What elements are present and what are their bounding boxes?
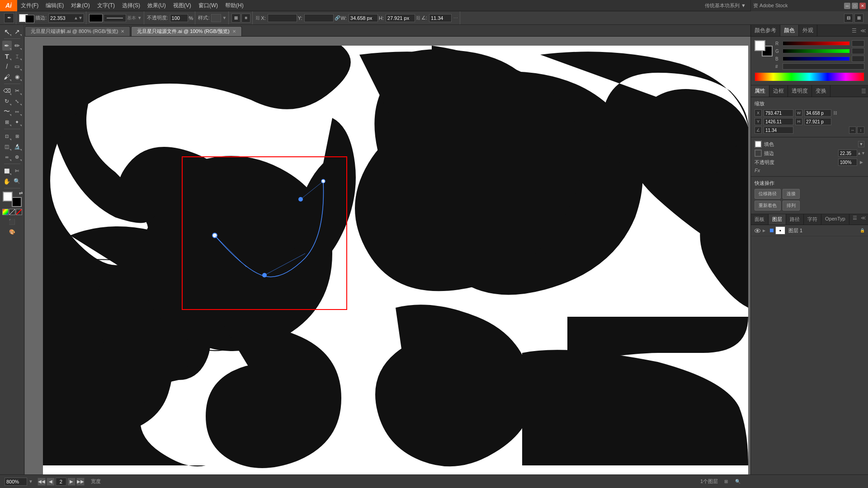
- tab-color[interactable]: 颜色: [780, 25, 799, 36]
- type-tool[interactable]: T: [2, 51, 12, 61]
- artboard-tool[interactable]: ⬜: [2, 166, 12, 176]
- stroke-width-prop-input[interactable]: [838, 150, 857, 157]
- menu-type[interactable]: 文字(T): [94, 0, 118, 11]
- tab-opentype[interactable]: OpenTyp: [821, 214, 849, 225]
- tab-1[interactable]: 元旦星只端源文件.ai @ 100% (RGB/预览) ✕: [131, 26, 241, 36]
- page-num-input[interactable]: [56, 478, 66, 486]
- none-mode-btn[interactable]: [16, 209, 22, 215]
- y-prop-input[interactable]: [764, 118, 793, 125]
- fill-color-box[interactable]: [89, 14, 103, 22]
- line-tool[interactable]: /: [2, 61, 12, 71]
- h-input[interactable]: [386, 14, 415, 22]
- type-area-tool[interactable]: ⌶: [12, 51, 22, 61]
- tab-layers[interactable]: 图层: [769, 214, 786, 225]
- perspective-tool[interactable]: ⊡: [2, 131, 12, 141]
- menu-edit[interactable]: 编辑(E): [42, 0, 67, 11]
- h-prop-input[interactable]: [804, 118, 831, 125]
- style-preview[interactable]: [211, 14, 221, 22]
- pencil-tool[interactable]: ✏: [12, 41, 22, 51]
- opacity-expand-icon[interactable]: ▶: [858, 159, 864, 165]
- reflect-h-btn[interactable]: ↔: [849, 127, 856, 134]
- style-dropdown-icon[interactable]: ▼: [222, 15, 226, 20]
- pen-tool[interactable]: ✒: [2, 41, 12, 51]
- zoom-dropdown-icon[interactable]: ▼: [28, 479, 33, 484]
- tab-paths[interactable]: 路径: [786, 214, 804, 225]
- tab-properties[interactable]: 属性: [751, 85, 769, 97]
- stroke-style-preview[interactable]: [104, 14, 126, 22]
- arrange-btn[interactable]: 排列: [783, 201, 800, 211]
- tab-panel[interactable]: 面板: [751, 214, 769, 225]
- shaper-tool[interactable]: ✦: [12, 117, 22, 127]
- eyedropper-tool[interactable]: 🔬: [12, 141, 22, 151]
- hex-value-display[interactable]: [783, 63, 864, 70]
- menu-select[interactable]: 选择(S): [118, 0, 144, 11]
- fill-swatch[interactable]: [3, 192, 13, 202]
- slice-tool[interactable]: ✄: [12, 166, 22, 176]
- align-icon-btn[interactable]: ≡: [241, 14, 250, 23]
- rotate-tool[interactable]: ↻: [2, 96, 12, 106]
- stroke-width-up-down[interactable]: ▲▼: [858, 150, 864, 156]
- menu-view[interactable]: 视图(V): [170, 0, 195, 11]
- menu-help[interactable]: 帮助(H): [222, 0, 247, 11]
- swap-fill-stroke-icon[interactable]: ⇄: [19, 191, 23, 196]
- gradient-tool[interactable]: ◫: [2, 141, 12, 151]
- tab-color-reference[interactable]: 颜色参考: [751, 25, 780, 36]
- free-transform-tool[interactable]: ⊞: [2, 117, 12, 127]
- tab-border[interactable]: 边框: [769, 85, 788, 97]
- page-prev-btn[interactable]: ◀◀: [38, 478, 46, 486]
- b-value[interactable]: [852, 56, 864, 62]
- tab-transform[interactable]: 变换: [812, 85, 830, 97]
- path-offset-btn[interactable]: 位移路径: [755, 189, 781, 199]
- stroke-indicator[interactable]: [25, 15, 34, 23]
- tab-character[interactable]: 字符: [804, 214, 821, 225]
- tab-transparency[interactable]: 透明度: [788, 85, 812, 97]
- x-prop-input[interactable]: [764, 109, 793, 117]
- width-tool[interactable]: ⇿: [12, 107, 22, 117]
- tab-0-close[interactable]: ✕: [121, 29, 124, 34]
- opacity-prop-input[interactable]: [838, 159, 857, 166]
- tab-1-close[interactable]: ✕: [232, 29, 236, 34]
- brand-label[interactable]: 传统基本功系列 ▼: [705, 2, 746, 9]
- color-spectrum-bar[interactable]: [755, 72, 864, 81]
- page-prev-step-btn[interactable]: ◀: [47, 478, 55, 486]
- direct-selection-tool[interactable]: ↗: [12, 27, 22, 37]
- hand-tool[interactable]: ✋: [2, 176, 12, 186]
- screen-mode-btn[interactable]: ⬛: [2, 217, 22, 227]
- angle-input[interactable]: [429, 14, 452, 22]
- lock-proportions-icon[interactable]: 🔗: [335, 15, 340, 20]
- layers-panel-collapse[interactable]: ≪: [859, 214, 868, 225]
- r-slider[interactable]: [783, 41, 850, 46]
- stroke-width-input[interactable]: [49, 14, 74, 22]
- scale-tool[interactable]: ⤡: [12, 96, 22, 106]
- w-input[interactable]: [349, 14, 378, 22]
- search-icon[interactable]: 🔍: [734, 478, 741, 485]
- w-prop-input[interactable]: [804, 109, 831, 117]
- align-panel-btn[interactable]: ⊟: [844, 14, 853, 23]
- gradient-mode-btn[interactable]: [9, 209, 15, 215]
- add-artboard-icon[interactable]: ⊞: [722, 478, 730, 485]
- layers-panel-menu[interactable]: ☰: [851, 214, 859, 225]
- tab-0[interactable]: 元旦星只端讲解.ai @ 800% (RGB/预览) ✕: [25, 26, 130, 36]
- zoom-input[interactable]: [5, 478, 27, 486]
- g-value[interactable]: [852, 48, 864, 54]
- layer-name[interactable]: 图层 1: [787, 227, 857, 234]
- x-coord-input[interactable]: 793.471: [268, 14, 297, 22]
- menu-object[interactable]: 对象(O): [67, 0, 93, 11]
- fill-menu-icon[interactable]: ▼: [858, 141, 864, 147]
- menu-effect[interactable]: 效果(U): [144, 0, 170, 11]
- win-maximize[interactable]: □: [852, 3, 858, 9]
- layer-row-1[interactable]: ▶ ■ 图层 1 🔒: [751, 225, 868, 236]
- warp-tool[interactable]: 〜: [2, 107, 12, 117]
- blob-brush-tool[interactable]: ◉: [12, 72, 22, 82]
- content-aware-btn[interactable]: 🎨: [2, 227, 22, 237]
- angle-prop-input[interactable]: [764, 127, 793, 134]
- eraser-tool[interactable]: ⌫: [2, 86, 12, 96]
- more-icon[interactable]: ⋯: [453, 15, 458, 20]
- g-slider[interactable]: [783, 49, 850, 53]
- paintbrush-tool[interactable]: 🖌: [2, 72, 12, 82]
- win-minimize[interactable]: ─: [844, 3, 850, 9]
- scissors-tool[interactable]: ✂: [12, 86, 22, 96]
- page-next-btn[interactable]: ▶▶: [76, 478, 85, 486]
- reflect-v-btn[interactable]: ↕: [857, 127, 864, 134]
- rect-tool[interactable]: ▭: [12, 61, 22, 71]
